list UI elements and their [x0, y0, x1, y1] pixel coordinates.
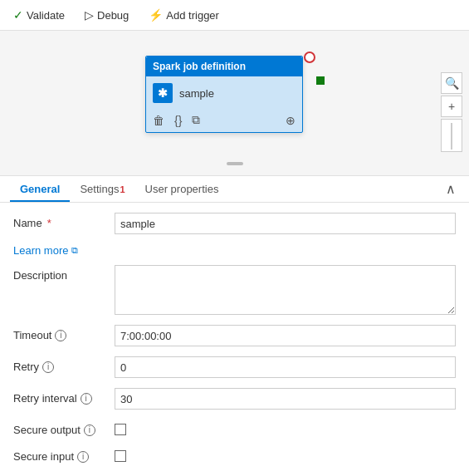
- secure-output-checkbox[interactable]: [115, 424, 126, 435]
- name-input[interactable]: [115, 213, 456, 234]
- secure-input-label: Secure input i: [13, 446, 105, 463]
- retry-label: Retry i: [13, 356, 105, 373]
- secure-output-label: Secure output i: [13, 420, 105, 436]
- canvas-area: Spark job definition ✱ sample 🗑 {} ⧉ ⊕ 🔍…: [0, 31, 469, 176]
- retry-interval-input[interactable]: [115, 388, 456, 410]
- timeout-input[interactable]: [115, 325, 456, 346]
- debug-icon: ▷: [85, 8, 94, 22]
- name-label: Name *: [13, 213, 105, 229]
- tabs-bar: General Settings1 User properties ∧: [0, 176, 469, 203]
- node-header: Spark job definition: [146, 56, 302, 76]
- timeout-info-icon[interactable]: i: [55, 330, 66, 341]
- secure-input-info-icon[interactable]: i: [77, 451, 89, 463]
- debug-button[interactable]: ▷ Debug: [81, 7, 132, 23]
- description-row: Description: [13, 265, 456, 315]
- name-row: Name *: [13, 213, 456, 234]
- properties-panel: Name * Learn more ⧉ Description Timeout …: [0, 203, 469, 470]
- mini-toolbar: 🔍 +: [441, 72, 462, 152]
- add-activity-icon[interactable]: ⊕: [286, 114, 296, 127]
- external-link-icon: ⧉: [71, 245, 78, 256]
- zoom-slider: [441, 119, 462, 152]
- validate-label: Validate: [27, 9, 65, 22]
- collapse-panel-button[interactable]: ∧: [442, 178, 459, 200]
- validate-button[interactable]: ✓ Validate: [10, 7, 68, 23]
- timeout-label: Timeout i: [13, 325, 105, 341]
- retry-row: Retry i: [13, 356, 456, 378]
- settings-badge: 1: [120, 184, 125, 194]
- add-trigger-label: Add trigger: [166, 9, 219, 22]
- tab-settings[interactable]: Settings1: [70, 176, 134, 202]
- secure-output-row: Secure output i: [13, 420, 456, 436]
- zoom-in-button[interactable]: +: [441, 96, 462, 117]
- copy-icon[interactable]: ⧉: [192, 113, 200, 127]
- secure-output-info-icon[interactable]: i: [84, 424, 95, 436]
- learn-more-row: Learn more ⧉: [13, 244, 456, 257]
- tab-user-properties[interactable]: User properties: [135, 176, 229, 202]
- retry-input[interactable]: [115, 356, 456, 378]
- node-title: Spark job definition: [153, 61, 246, 72]
- retry-interval-label: Retry interval i: [13, 388, 105, 405]
- panel-resize-handle[interactable]: [227, 162, 243, 165]
- node-name-label: sample: [179, 87, 214, 100]
- learn-more-link[interactable]: Learn more ⧉: [13, 244, 78, 257]
- code-icon[interactable]: {}: [174, 114, 182, 127]
- spark-job-node[interactable]: Spark job definition ✱ sample 🗑 {} ⧉ ⊕: [145, 56, 303, 133]
- validate-icon: ✓: [13, 8, 23, 22]
- description-input[interactable]: [115, 265, 456, 315]
- retry-interval-row: Retry interval i: [13, 388, 456, 410]
- name-required-star: *: [47, 217, 51, 229]
- node-body: ✱ sample: [146, 76, 302, 110]
- retry-interval-info-icon[interactable]: i: [81, 393, 92, 405]
- secure-input-row: Secure input i: [13, 446, 456, 463]
- debug-label: Debug: [97, 9, 129, 22]
- tab-general[interactable]: General: [10, 176, 70, 202]
- delete-icon[interactable]: 🗑: [153, 114, 164, 127]
- retry-info-icon[interactable]: i: [42, 361, 54, 373]
- green-square-indicator: [316, 76, 325, 85]
- red-circle-indicator: [304, 52, 315, 63]
- node-footer: 🗑 {} ⧉ ⊕: [146, 110, 302, 132]
- add-trigger-button[interactable]: ⚡ Add trigger: [145, 7, 222, 23]
- search-canvas-button[interactable]: 🔍: [441, 72, 462, 94]
- spark-icon: ✱: [153, 83, 173, 103]
- secure-input-checkbox[interactable]: [115, 450, 126, 462]
- toolbar: ✓ Validate ▷ Debug ⚡ Add trigger: [0, 0, 469, 31]
- timeout-row: Timeout i: [13, 325, 456, 346]
- description-label: Description: [13, 265, 105, 282]
- trigger-icon: ⚡: [149, 8, 163, 22]
